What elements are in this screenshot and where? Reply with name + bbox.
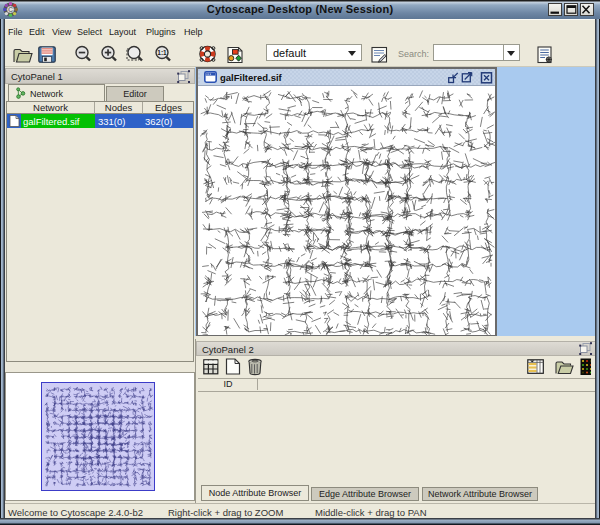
svg-text:1:1: 1:1 [157, 49, 167, 56]
svg-text:C: C [8, 6, 13, 13]
